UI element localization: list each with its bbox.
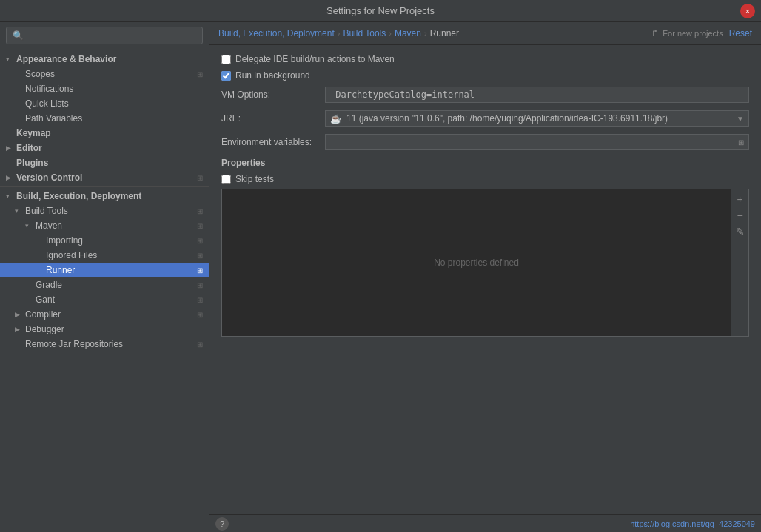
sidebar-item-gant[interactable]: Gant ⊞ bbox=[0, 292, 209, 307]
settings-copy-icon: ⊞ bbox=[197, 70, 203, 78]
bottom-bar: ? https://blog.csdn.net/qq_42325049 bbox=[209, 514, 761, 532]
sidebar-item-importing[interactable]: Importing ⊞ bbox=[0, 233, 209, 248]
sidebar-label: Appearance & Behavior bbox=[16, 54, 203, 64]
sidebar-label: Scopes bbox=[25, 69, 194, 79]
env-vars-field-wrap: ⊞ bbox=[325, 134, 749, 150]
sidebar-item-maven[interactable]: ▾ Maven ⊞ bbox=[0, 218, 209, 233]
content-area: Build, Execution, Deployment › Build Too… bbox=[209, 22, 761, 532]
no-properties-text: No properties defined bbox=[222, 189, 731, 336]
sidebar-tree: ▾ Appearance & Behavior Scopes ⊞ Notific… bbox=[0, 49, 209, 532]
breadcrumb-bar: Build, Execution, Deployment › Build Too… bbox=[209, 22, 761, 45]
sidebar-label: Gant bbox=[36, 294, 194, 305]
sidebar-item-compiler[interactable]: ▶ Compiler ⊞ bbox=[0, 307, 209, 322]
sidebar-item-scopes[interactable]: Scopes ⊞ bbox=[0, 67, 209, 81]
close-button[interactable]: × bbox=[740, 4, 755, 18]
breadcrumb-sep-2: › bbox=[389, 29, 392, 38]
properties-panel: No properties defined + − ✎ bbox=[221, 189, 749, 337]
sidebar-label: Runner bbox=[46, 265, 194, 275]
properties-header: Properties bbox=[221, 158, 749, 168]
for-new-projects-label: For new projects bbox=[663, 29, 723, 38]
edit-property-button[interactable]: ✎ bbox=[734, 225, 747, 238]
settings-copy-icon: ⊞ bbox=[197, 237, 203, 245]
bottom-link[interactable]: https://blog.csdn.net/qq_42325049 bbox=[630, 519, 755, 528]
main-layout: ▾ Appearance & Behavior Scopes ⊞ Notific… bbox=[0, 22, 761, 532]
vm-options-row: VM Options: ⋯ bbox=[221, 87, 749, 103]
add-property-button[interactable]: + bbox=[734, 192, 747, 206]
run-background-checkbox[interactable] bbox=[221, 71, 231, 81]
sidebar-label: Quick Lists bbox=[25, 98, 203, 109]
skip-tests-checkbox[interactable] bbox=[221, 175, 231, 184]
search-input[interactable] bbox=[6, 27, 203, 44]
env-vars-label: Environment variables: bbox=[221, 137, 325, 147]
sidebar-label: Build, Execution, Deployment bbox=[16, 191, 203, 201]
sidebar-item-debugger[interactable]: ▶ Debugger bbox=[0, 322, 209, 337]
settings-copy-icon: ⊞ bbox=[197, 281, 203, 289]
form-content: Delegate IDE build/run actions to Maven … bbox=[209, 45, 761, 514]
sidebar-item-remote-jar[interactable]: Remote Jar Repositories ⊞ bbox=[0, 337, 209, 351]
sidebar-label: Importing bbox=[46, 235, 194, 246]
jre-value: 11 (java version "11.0.6", path: /home/y… bbox=[346, 113, 737, 124]
env-vars-row: Environment variables: ⊞ bbox=[221, 134, 749, 150]
breadcrumb-maven[interactable]: Maven bbox=[395, 28, 421, 38]
sidebar-label: Notifications bbox=[25, 84, 203, 94]
sidebar-item-plugins[interactable]: Plugins bbox=[0, 155, 209, 170]
sidebar-label: Compiler bbox=[25, 309, 194, 320]
settings-copy-icon: ⊞ bbox=[197, 340, 203, 349]
sidebar-label: Keymap bbox=[16, 128, 203, 138]
breadcrumb-sep-3: › bbox=[424, 29, 427, 38]
sidebar-item-build-execution[interactable]: ▾ Build, Execution, Deployment bbox=[0, 189, 209, 203]
sidebar-item-keymap[interactable]: Keymap bbox=[0, 126, 209, 141]
sidebar-item-version-control[interactable]: ▶ Version Control ⊞ bbox=[0, 170, 209, 185]
sidebar-item-gradle[interactable]: Gradle ⊞ bbox=[0, 277, 209, 292]
sidebar-label: Editor bbox=[16, 143, 203, 153]
delegate-checkbox-row: Delegate IDE build/run actions to Maven bbox=[221, 54, 749, 64]
settings-copy-icon: ⊞ bbox=[197, 311, 203, 319]
sidebar-label: Build Tools bbox=[25, 206, 194, 216]
sidebar-item-path-variables[interactable]: Path Variables bbox=[0, 111, 209, 126]
sidebar-item-notifications[interactable]: Notifications bbox=[0, 81, 209, 96]
sidebar-label: Maven bbox=[36, 220, 194, 231]
sidebar-label: Path Variables bbox=[25, 113, 203, 124]
skip-tests-label[interactable]: Skip tests bbox=[235, 174, 274, 184]
for-new-projects: 🗒 For new projects bbox=[651, 29, 723, 38]
run-background-row: Run in background bbox=[221, 70, 749, 81]
remove-property-button[interactable]: − bbox=[734, 209, 747, 222]
help-button[interactable]: ? bbox=[215, 517, 229, 531]
vm-options-input[interactable] bbox=[325, 87, 732, 103]
delegate-checkbox[interactable] bbox=[221, 55, 231, 64]
properties-section: Properties Skip tests No properties defi… bbox=[221, 158, 749, 337]
sidebar-label: Version Control bbox=[16, 172, 194, 183]
delegate-label[interactable]: Delegate IDE build/run actions to Maven bbox=[235, 54, 395, 64]
jre-row: JRE: ☕ 11 (java version "11.0.6", path: … bbox=[221, 110, 749, 127]
sidebar-label: Plugins bbox=[16, 158, 203, 168]
sidebar-label: Remote Jar Repositories bbox=[25, 339, 194, 349]
settings-copy-icon: ⊞ bbox=[197, 252, 203, 260]
sidebar-item-editor[interactable]: ▶ Editor bbox=[0, 141, 209, 155]
vm-options-field-wrap: ⋯ bbox=[325, 87, 749, 103]
settings-copy-icon: ⊞ bbox=[197, 222, 203, 230]
jre-coffee-icon: ☕ bbox=[330, 114, 342, 123]
breadcrumb-current: Runner bbox=[430, 28, 459, 38]
env-vars-expand-btn[interactable]: ⊞ bbox=[734, 134, 749, 150]
sidebar-item-quick-lists[interactable]: Quick Lists bbox=[0, 96, 209, 111]
breadcrumb-build-tools[interactable]: Build Tools bbox=[343, 28, 386, 38]
sidebar-label: Ignored Files bbox=[46, 250, 194, 260]
sidebar-item-runner[interactable]: Runner ⊞ bbox=[0, 263, 209, 277]
sidebar-item-appearance-behavior[interactable]: ▾ Appearance & Behavior bbox=[0, 52, 209, 67]
breadcrumb-sep-1: › bbox=[338, 29, 341, 38]
run-background-label[interactable]: Run in background bbox=[235, 70, 310, 81]
project-icon: 🗒 bbox=[651, 29, 660, 38]
env-vars-input[interactable] bbox=[325, 134, 734, 150]
title-bar: Settings for New Projects × bbox=[0, 0, 761, 22]
jre-label: JRE: bbox=[221, 113, 325, 124]
vm-options-label: VM Options: bbox=[221, 90, 325, 100]
jre-select[interactable]: ☕ 11 (java version "11.0.6", path: /home… bbox=[325, 110, 749, 127]
settings-copy-icon: ⊞ bbox=[197, 296, 203, 304]
sidebar-item-build-tools[interactable]: ▾ Build Tools ⊞ bbox=[0, 203, 209, 218]
sidebar-item-ignored-files[interactable]: Ignored Files ⊞ bbox=[0, 248, 209, 263]
vm-options-expand-btn[interactable]: ⋯ bbox=[732, 87, 749, 103]
sidebar-label: Debugger bbox=[25, 324, 203, 334]
sidebar-label: Gradle bbox=[36, 280, 194, 290]
breadcrumb-build-execution[interactable]: Build, Execution, Deployment bbox=[218, 28, 335, 38]
reset-button[interactable]: Reset bbox=[729, 28, 752, 38]
